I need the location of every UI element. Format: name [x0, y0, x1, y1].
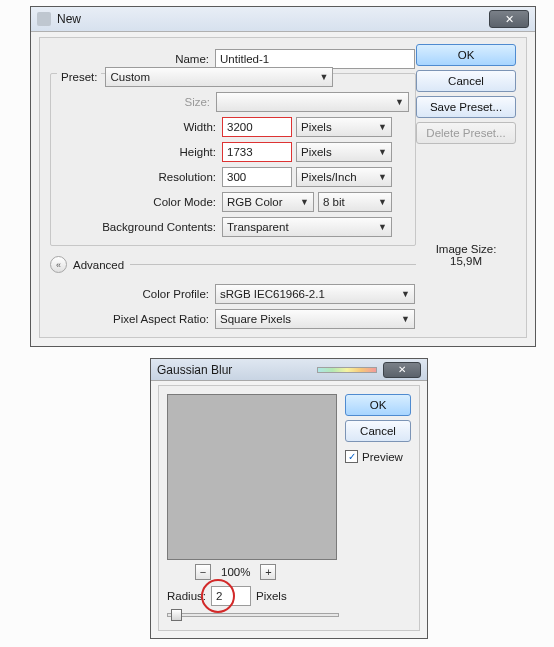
zoom-out-button[interactable]: − — [195, 564, 211, 580]
radius-unit: Pixels — [256, 590, 287, 602]
resolution-unit-value: Pixels/Inch — [301, 171, 357, 183]
width-label: Width: — [57, 121, 222, 133]
color-mode-value: RGB Color — [227, 196, 283, 208]
radius-input[interactable] — [211, 586, 251, 606]
bit-depth-select[interactable]: 8 bit ▼ — [318, 192, 392, 212]
dialog-body: OK Cancel ✓ Preview − 100% + Radius: Pix… — [158, 385, 420, 631]
dialog-title: New — [57, 12, 489, 26]
save-preset-button[interactable]: Save Preset... — [416, 96, 516, 118]
chevron-down-icon: ▼ — [401, 289, 410, 299]
bg-contents-value: Transparent — [227, 221, 289, 233]
chevron-down-icon: ▼ — [378, 197, 387, 207]
chevron-down-icon: ▼ — [320, 72, 329, 82]
gaussian-blur-dialog: Gaussian Blur ✕ OK Cancel ✓ Preview − 10… — [150, 358, 428, 639]
preset-label: Preset: — [61, 71, 97, 83]
preset-select[interactable]: Custom ▼ — [105, 67, 333, 87]
preview-checkbox[interactable]: ✓ Preview — [345, 450, 411, 463]
width-unit-value: Pixels — [301, 121, 332, 133]
close-icon: ✕ — [398, 364, 406, 375]
height-unit-select[interactable]: Pixels ▼ — [296, 142, 392, 162]
size-label: Size: — [57, 96, 216, 108]
close-button[interactable]: ✕ — [383, 362, 421, 378]
dialog-body: OK Cancel Save Preset... Delete Preset..… — [39, 37, 527, 338]
cancel-button[interactable]: Cancel — [345, 420, 411, 442]
color-mode-select[interactable]: RGB Color ▼ — [222, 192, 314, 212]
bit-depth-value: 8 bit — [323, 196, 345, 208]
preview-area[interactable] — [167, 394, 337, 560]
color-profile-value: sRGB IEC61966-2.1 — [220, 288, 325, 300]
slider-thumb[interactable] — [171, 609, 182, 621]
button-column: OK Cancel ✓ Preview — [345, 394, 411, 463]
height-label: Height: — [57, 146, 222, 158]
delete-preset-button: Delete Preset... — [416, 122, 516, 144]
width-unit-select[interactable]: Pixels ▼ — [296, 117, 392, 137]
color-mode-label: Color Mode: — [57, 196, 222, 208]
image-size-value: 15,9M — [416, 255, 516, 267]
slider-track — [167, 613, 339, 617]
separator — [130, 264, 416, 265]
cancel-button[interactable]: Cancel — [416, 70, 516, 92]
color-profile-label: Color Profile: — [50, 288, 215, 300]
height-input[interactable] — [222, 142, 292, 162]
zoom-level: 100% — [221, 566, 250, 578]
chevron-down-icon: ▼ — [401, 314, 410, 324]
expand-advanced-toggle[interactable]: « — [50, 256, 67, 273]
preview-label: Preview — [362, 451, 403, 463]
checkbox-icon: ✓ — [345, 450, 358, 463]
chevron-down-icon: ▼ — [378, 172, 387, 182]
button-column: OK Cancel Save Preset... Delete Preset..… — [416, 44, 516, 144]
new-document-dialog: New ✕ OK Cancel Save Preset... Delete Pr… — [30, 6, 536, 347]
chevron-down-icon: ▼ — [378, 147, 387, 157]
dialog-title: Gaussian Blur — [157, 363, 317, 377]
name-input[interactable] — [215, 49, 415, 69]
resolution-input[interactable] — [222, 167, 292, 187]
close-button[interactable]: ✕ — [489, 10, 529, 28]
spectrum-decoration — [317, 367, 377, 373]
chevron-down-icon: ▼ — [395, 97, 404, 107]
color-profile-select[interactable]: sRGB IEC61966-2.1 ▼ — [215, 284, 415, 304]
bg-contents-select[interactable]: Transparent ▼ — [222, 217, 392, 237]
close-icon: ✕ — [505, 13, 514, 26]
zoom-in-button[interactable]: + — [260, 564, 276, 580]
ok-button[interactable]: OK — [345, 394, 411, 416]
app-icon — [37, 12, 51, 26]
image-size-panel: Image Size: 15,9M — [416, 243, 516, 267]
height-unit-value: Pixels — [301, 146, 332, 158]
plus-icon: + — [265, 566, 271, 578]
resolution-unit-select[interactable]: Pixels/Inch ▼ — [296, 167, 392, 187]
ok-button[interactable]: OK — [416, 44, 516, 66]
titlebar[interactable]: New ✕ — [31, 7, 535, 32]
minus-icon: − — [200, 566, 206, 578]
advanced-label: Advanced — [73, 259, 124, 271]
chevron-down-icon: ▼ — [378, 222, 387, 232]
bg-contents-label: Background Contents: — [57, 221, 222, 233]
image-size-label: Image Size: — [416, 243, 516, 255]
titlebar[interactable]: Gaussian Blur ✕ — [151, 359, 427, 381]
chevron-down-icon: ▼ — [300, 197, 309, 207]
pixel-aspect-value: Square Pixels — [220, 313, 291, 325]
pixel-aspect-label: Pixel Aspect Ratio: — [50, 313, 215, 325]
radius-slider[interactable] — [167, 608, 339, 622]
chevron-down-icon: ▼ — [378, 122, 387, 132]
pixel-aspect-select[interactable]: Square Pixels ▼ — [215, 309, 415, 329]
resolution-label: Resolution: — [57, 171, 222, 183]
name-label: Name: — [50, 53, 215, 65]
width-input[interactable] — [222, 117, 292, 137]
preset-value: Custom — [110, 71, 150, 83]
radius-label: Radius: — [167, 590, 206, 602]
size-select: ▼ — [216, 92, 409, 112]
